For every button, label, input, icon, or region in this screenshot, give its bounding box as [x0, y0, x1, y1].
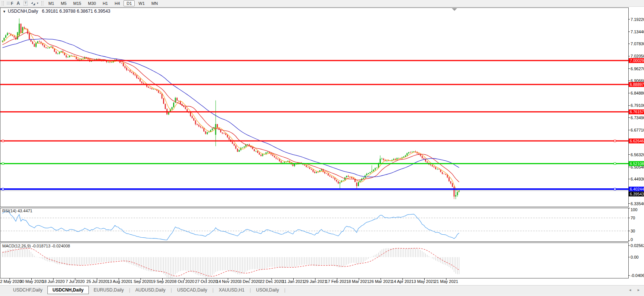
chart-canvas[interactable]: 7.192207.134407.078307.020506.962706.906…	[0, 0, 644, 285]
tab-eurusd-daily[interactable]: EURUSD,Daily	[89, 286, 129, 294]
candle-body	[128, 70, 129, 70]
candle-body	[209, 132, 210, 132]
candle-body	[12, 35, 13, 36]
macd-name: MACD(12,26,9)	[2, 244, 31, 248]
toolbar-grip[interactable]	[2, 1, 4, 6]
candle-body	[173, 103, 174, 107]
timeframe-button-m1[interactable]: M1	[46, 0, 57, 6]
candle-body	[185, 107, 186, 109]
tab-separator: |	[284, 287, 286, 293]
candle-body	[198, 125, 200, 126]
candle-body	[49, 47, 50, 48]
chevron-down-icon: ▾	[37, 1, 38, 5]
timeframe-button-m15[interactable]: M15	[70, 0, 84, 6]
tab-usdchf-daily[interactable]: USDCHF,Daily	[8, 286, 47, 294]
candle-body	[388, 161, 389, 161]
hline-handle[interactable]	[2, 140, 4, 142]
candle-body	[326, 173, 327, 174]
timeframe-button-h4[interactable]: H4	[112, 0, 123, 6]
price-tick-label: 6.84880	[631, 91, 644, 95]
candle-body	[162, 94, 163, 99]
price-badge-6.88897-text: 6.88897	[630, 82, 644, 87]
candle-body	[260, 155, 262, 156]
candle-body	[249, 144, 250, 146]
candle-body	[22, 27, 23, 33]
macd-pane[interactable]	[0, 243, 629, 278]
date-label: 27 Oct 2020	[195, 279, 218, 284]
candle-body	[44, 45, 45, 47]
candle-body	[239, 150, 240, 152]
candle-body	[111, 62, 112, 62]
tab-audusd-daily[interactable]: AUDUSD,Daily	[131, 286, 171, 294]
candle-body	[200, 126, 201, 127]
tab-usdcad-daily[interactable]: USDCAD,Daily	[172, 286, 212, 294]
candle-body	[294, 164, 295, 166]
candle-body	[373, 170, 374, 171]
candle-body	[47, 48, 49, 48]
candle-body	[235, 146, 237, 149]
hline-handle[interactable]	[614, 140, 616, 142]
tab-nav-left-icon[interactable]: ◄	[628, 288, 632, 292]
timeframe-button-m5[interactable]: M5	[58, 0, 69, 6]
candle-body	[9, 33, 10, 34]
text-tool-button[interactable]: T	[22, 0, 29, 6]
timeframe-button-mn[interactable]: MN	[149, 0, 161, 6]
hline-handle[interactable]	[2, 188, 4, 190]
hline-handle[interactable]	[614, 188, 616, 190]
candle-body	[277, 159, 278, 160]
toolbar-grip[interactable]	[41, 1, 43, 6]
candle-body	[435, 167, 436, 169]
candle-body	[160, 93, 161, 94]
tab-list: USDCHF,DailyUSDCNH,DailyEURUSD,Daily|AUD…	[8, 286, 286, 294]
price-tick-label: 6.67710	[631, 128, 644, 132]
candle-body	[423, 158, 425, 159]
hline-handle[interactable]	[2, 163, 4, 164]
candle-body	[178, 101, 179, 101]
arrows-tool-button[interactable]: ▾	[29, 0, 40, 6]
hline-handle[interactable]	[614, 163, 616, 164]
candle-body	[454, 187, 455, 197]
chart-collapse-icon[interactable]: ▼	[3, 10, 6, 13]
candle-body	[334, 178, 335, 180]
annotation-tool-button[interactable]: A	[15, 0, 22, 6]
main-price-pane[interactable]	[0, 8, 629, 207]
candle-body	[306, 166, 307, 167]
candle-body	[155, 89, 156, 90]
rsi-pane[interactable]	[0, 208, 629, 242]
timeframe-button-m30[interactable]: M30	[85, 0, 99, 6]
candle-body	[205, 132, 206, 134]
candle-body	[163, 98, 164, 104]
timeframe-button-w1[interactable]: W1	[135, 0, 148, 6]
tab-nav-right-icon[interactable]: ►	[637, 288, 640, 292]
candle-body	[281, 161, 282, 163]
date-label: 7 Jul 2020	[66, 279, 85, 284]
timeframe-button-d1[interactable]: D1	[124, 0, 135, 6]
candle-body	[131, 72, 132, 73]
candle-body	[140, 79, 141, 81]
candle-body	[274, 156, 275, 157]
timeframe-button-h1[interactable]: H1	[100, 0, 111, 6]
fibonacci-tool-button[interactable]: F	[6, 0, 15, 6]
candle-body	[448, 178, 450, 181]
candle-body	[287, 161, 288, 162]
tab-xauusd-h1[interactable]: XAUUSD,H1	[214, 286, 249, 294]
candle-body	[66, 55, 67, 57]
candle-body	[35, 43, 37, 47]
candle-body	[190, 112, 191, 116]
tab-usoil-daily[interactable]: USOil,Daily	[251, 286, 284, 294]
candle-body	[410, 152, 411, 152]
candle-body	[4, 38, 5, 40]
text-tool-icon: T	[24, 1, 28, 6]
candle-body	[232, 142, 233, 144]
rsi-tick-label: 30	[631, 229, 635, 233]
price-tick-label: 7.19220	[631, 17, 644, 22]
candle-body	[242, 148, 243, 148]
candle-body	[420, 154, 421, 156]
candle-body	[311, 169, 312, 170]
candle-body	[412, 152, 413, 152]
tab-usdcnh-daily[interactable]: USDCNH,Daily	[47, 286, 89, 294]
date-label: 25 Jul 2020	[87, 279, 108, 284]
date-label: 12 May 2020	[0, 279, 22, 284]
candle-body	[143, 83, 144, 84]
candle-body	[227, 135, 228, 137]
